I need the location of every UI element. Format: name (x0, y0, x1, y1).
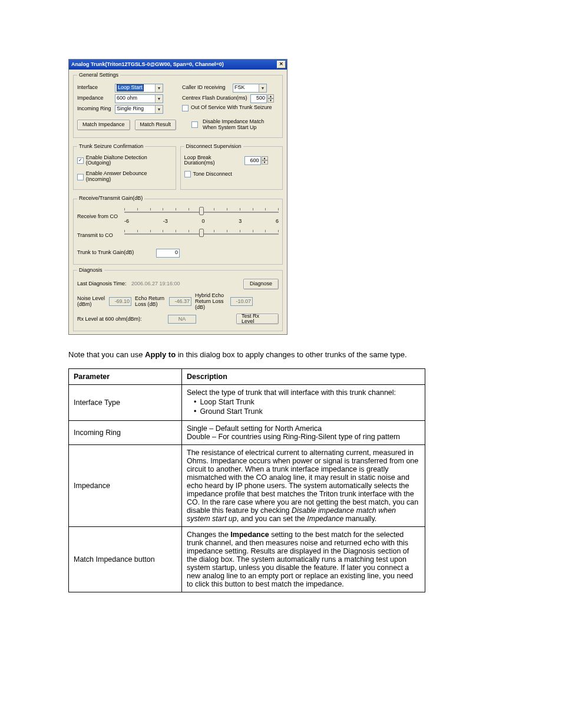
dialtone-checkbox[interactable]: ✓ (77, 157, 84, 164)
disconnect-legend: Disconnect Supervision (184, 144, 243, 150)
oos-checkbox[interactable] (182, 105, 189, 111)
noise-label: Noise Level (dBm) (77, 296, 105, 308)
header-description: Description (182, 369, 425, 385)
seizure-legend: Trunk Seizure Confirmation (77, 144, 145, 150)
ttg-input[interactable]: 0 (156, 249, 180, 258)
herl-label: Hybrid Echo Return Loss (dB) (195, 293, 227, 311)
last-diag-label: Last Diagnosis Time: (77, 281, 129, 287)
debounce-label: Enable Answer Debounce (Incoming) (86, 171, 172, 183)
debounce-checkbox[interactable] (77, 174, 84, 180)
header-parameter: Parameter (69, 369, 182, 385)
rx-level-value: NA (168, 315, 196, 324)
noise-value: -69.10 (109, 297, 131, 306)
diagnose-button[interactable]: Diagnose (243, 279, 279, 289)
chevron-down-icon[interactable]: ▼ (259, 84, 266, 92)
receive-label: Receive from CO (77, 214, 122, 220)
chevron-down-icon[interactable]: ▼ (155, 95, 163, 103)
param-cell: Incoming Ring (69, 421, 182, 445)
interface-label: Interface (77, 85, 113, 91)
dialog-titlebar[interactable]: Analog Trunk(Triton12TGSLS-0@GW00, Span=… (69, 60, 287, 70)
tone-disconnect-label: Tone Disconnect (193, 172, 233, 177)
loopbreak-spinner[interactable]: 600 ▲▼ (244, 156, 268, 165)
ttg-label: Trunk to Trunk Gain(dB) (77, 250, 154, 256)
centrex-spinner[interactable]: 500 ▲▼ (250, 94, 274, 103)
match-impedance-button[interactable]: Match Impedance (77, 120, 130, 130)
transmit-slider[interactable] (124, 230, 279, 243)
chevron-down-icon[interactable]: ▼ (155, 106, 163, 113)
table-row: Match Impedance button Changes the Imped… (69, 527, 425, 592)
match-result-button[interactable]: Match Result (135, 120, 177, 130)
table-row: Impedance The resistance of electrical c… (69, 445, 425, 527)
gain-legend: Receive/Transmit Gain(dB) (77, 196, 144, 202)
disable-match-checkbox[interactable] (191, 121, 198, 128)
general-legend: General Settings (77, 73, 120, 78)
receive-slider[interactable] (124, 208, 279, 221)
table-row: Incoming Ring Single – Default setting f… (69, 421, 425, 445)
callerid-combo[interactable]: FSK ▼ (233, 84, 267, 93)
slider-thumb[interactable] (199, 207, 204, 215)
gain-group: Receive/Transmit Gain(dB) Receive from C… (73, 196, 283, 265)
disconnect-supervision-group: Disconnect Supervision Loop Break Durati… (180, 144, 283, 190)
herl-value: -10.07 (230, 297, 253, 306)
dialtone-label: Enable Dialtone Detection (Outgoing) (86, 155, 172, 167)
interface-combo[interactable]: Loop Start ▼ (115, 84, 163, 93)
table-row: Interface Type Select the type of trunk … (69, 385, 425, 421)
desc-cell: The resistance of electrical current to … (182, 445, 425, 527)
table-header-row: Parameter Description (69, 369, 425, 385)
transmit-label: Transmit to CO (77, 233, 122, 239)
param-cell: Match Impedance button (69, 527, 182, 592)
erl-value: -46.37 (169, 297, 191, 306)
incoming-ring-label: Incoming Ring (77, 106, 113, 112)
callerid-label: Caller ID receiving (182, 85, 230, 91)
centrex-label: Centrex Flash Duration(ms) (182, 95, 248, 101)
desc-cell: Changes the Impedance setting to the bes… (182, 527, 425, 592)
oos-label: Out Of Service With Trunk Seizure (191, 105, 272, 111)
disable-match-label: Disable Impedance Match When System Star… (203, 119, 273, 131)
test-rx-button[interactable]: Test Rx Level (236, 314, 279, 324)
apply-to-bold: Apply to (145, 350, 176, 359)
impedance-combo[interactable]: 600 ohm ▼ (115, 94, 163, 103)
analog-trunk-dialog: Analog Trunk(Triton12TGSLS-0@GW00, Span=… (68, 59, 287, 335)
impedance-label: Impedance (77, 95, 113, 101)
last-diag-value: 2006.06.27 19:16:00 (131, 281, 241, 287)
desc-cell: Single – Default setting for North Ameri… (182, 421, 425, 445)
erl-label: Echo Return Loss (dB) (135, 296, 166, 308)
incoming-ring-combo[interactable]: Single Ring ▼ (115, 105, 163, 114)
spin-down-icon[interactable]: ▼ (267, 98, 274, 103)
desc-cell: Select the type of trunk that will inter… (182, 385, 425, 421)
spin-down-icon[interactable]: ▼ (262, 160, 268, 164)
trunk-seizure-group: Trunk Seizure Confirmation ✓ Enable Dial… (73, 144, 176, 190)
param-cell: Interface Type (69, 385, 182, 421)
note-paragraph: Note that you can use Apply to in this d… (68, 350, 497, 359)
loopbreak-label: Loop Break Duration(ms) (184, 155, 242, 167)
diagnosis-legend: Diagnosis (77, 268, 104, 274)
parameters-table: Parameter Description Interface Type Sel… (68, 368, 425, 592)
slider-thumb[interactable] (199, 229, 204, 237)
dialog-title: Analog Trunk(Triton12TGSLS-0@GW00, Span=… (71, 62, 277, 68)
chevron-down-icon[interactable]: ▼ (155, 84, 163, 92)
param-cell: Impedance (69, 445, 182, 527)
tone-disconnect-checkbox[interactable] (184, 171, 191, 177)
general-settings-group: General Settings Interface Loop Start ▼ … (73, 73, 283, 138)
rx-level-label: Rx Level at 600 ohm(dBm): (77, 317, 166, 322)
diagnosis-group: Diagnosis Last Diagnosis Time: 2006.06.2… (73, 268, 283, 332)
close-icon[interactable]: ✕ (277, 61, 286, 68)
